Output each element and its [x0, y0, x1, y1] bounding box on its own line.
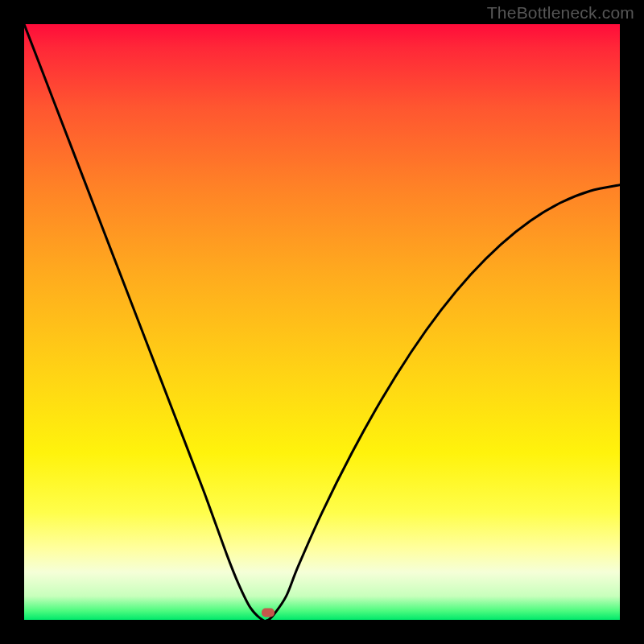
watermark-text: TheBottleneck.com — [487, 3, 634, 23]
chart-frame: TheBottleneck.com — [0, 0, 644, 644]
chart-background-gradient — [24, 24, 620, 620]
